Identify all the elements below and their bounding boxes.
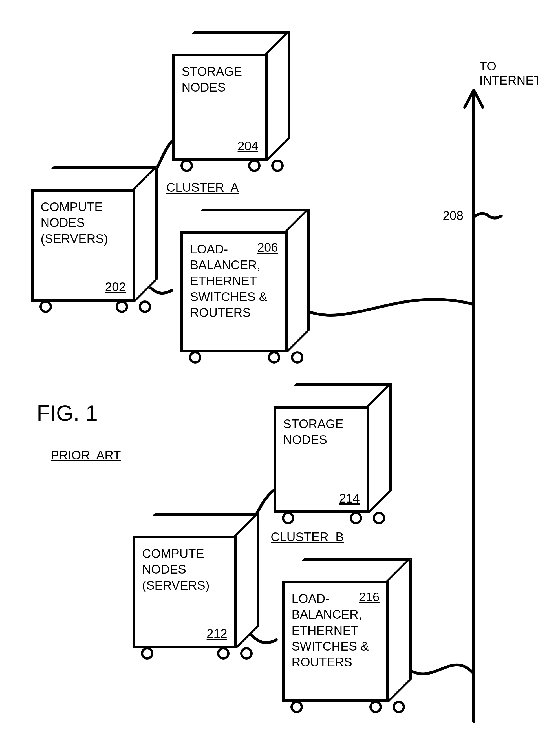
box-compute-a: COMPUTE NODES (SERVERS) 202 <box>31 166 158 302</box>
ref-204: 204 <box>238 138 258 154</box>
box-compute-b: COMPUTE NODES (SERVERS) 212 <box>133 513 259 648</box>
box-net-a: LOAD- BALANCER, ETHERNET SWITCHES & ROUT… <box>181 209 310 352</box>
figure-stage: STORAGE NODES 204 COMPUTE NODES (SERVERS… <box>0 0 538 756</box>
ref-202: 202 <box>105 279 126 295</box>
ref-216: 216 <box>359 589 380 605</box>
box-compute-b-text: COMPUTE NODES (SERVERS) <box>142 546 227 593</box>
ref-206: 206 <box>257 240 278 255</box>
box-storage-a: STORAGE NODES 204 <box>172 31 291 161</box>
ref-214: 214 <box>339 490 360 506</box>
ref-208: 208 <box>443 209 463 223</box>
label-cluster-b: CLUSTER B <box>271 530 344 544</box>
label-to-internet: TO INTERNET <box>479 59 538 87</box>
figure-subtitle: PRIOR ART <box>51 448 121 462</box>
ref-212: 212 <box>207 626 227 641</box>
box-storage-b-text: STORAGE NODES <box>283 416 360 448</box>
figure-title: FIG. 1 <box>37 400 98 426</box>
box-compute-a-text: COMPUTE NODES (SERVERS) <box>41 199 126 247</box>
box-storage-b: STORAGE NODES 214 <box>274 383 392 513</box>
box-net-b: LOAD- BALANCER, ETHERNET SWITCHES & ROUT… <box>282 558 412 702</box>
label-cluster-a: CLUSTER A <box>166 180 239 194</box>
box-storage-a-text: STORAGE NODES <box>182 64 258 96</box>
